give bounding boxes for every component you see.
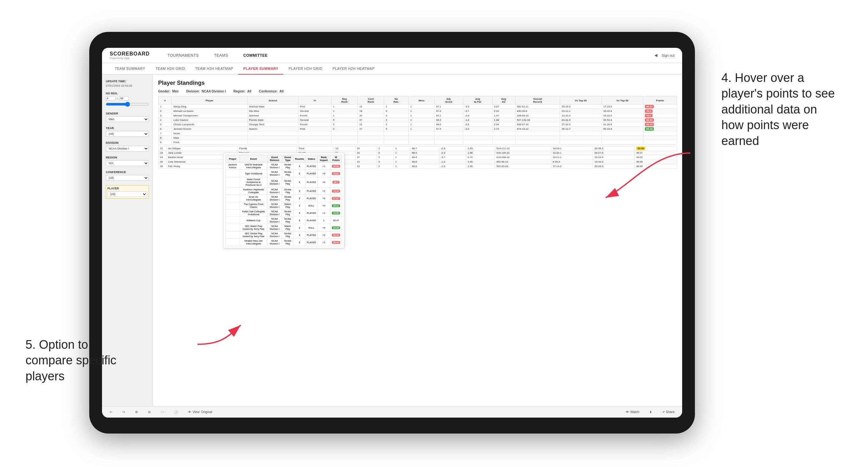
- nav-committee[interactable]: COMMITTEE: [241, 52, 270, 59]
- tooltip-popup: Player Event Event Division Event Type R…: [223, 153, 344, 248]
- table-row: 2Michael La SassoOle MissSecond 11801 67…: [158, 109, 677, 114]
- table-row: 1 Wenyi Ding Arizona State First 1 15 1 …: [158, 104, 677, 109]
- cell-yr: First: [298, 104, 331, 109]
- divider-icon: ◀|: [654, 53, 658, 57]
- table-row: 5Christo LamprechtGeorgia TechFourth 221…: [158, 122, 677, 127]
- filter-region-value: All: [247, 90, 251, 93]
- no-rds-min-input[interactable]: [106, 96, 115, 100]
- col-school: School: [247, 97, 298, 104]
- view-original-btn[interactable]: 👁 View: Original: [186, 410, 215, 414]
- tooltip-row: Fallen Oak Collegiate InvitationalNCAA D…: [226, 210, 342, 217]
- nav-tournaments[interactable]: TOURNAMENTS: [165, 52, 202, 59]
- no-rds-max-input[interactable]: [119, 96, 129, 100]
- conference-label: Conference: [106, 170, 149, 174]
- tab-team-h2h-grid[interactable]: TEAM H2H GRID: [151, 63, 190, 74]
- main-content: Update time: 27/01/2024 16:56:26 No Rds.…: [102, 74, 682, 406]
- tt-col-type: Event Type: [282, 155, 293, 162]
- redo-btn[interactable]: ↪: [120, 410, 127, 414]
- bottom-toolbar: ↩ ↪ ⚙ ⧉ ⋯ 🕐 👁 View: Original 👁 Watch ⬇ ↗: [102, 406, 682, 417]
- region-select[interactable]: N/A: [106, 160, 149, 166]
- tooltip-row: Amer An IntercollegiateNCAA Division ISt…: [226, 195, 342, 202]
- no-rds-slider[interactable]: [106, 102, 149, 107]
- nav-teams[interactable]: TEAMS: [212, 52, 231, 59]
- conference-select[interactable]: (All): [106, 175, 149, 181]
- tt-col-wpoints: W Points: [330, 155, 342, 162]
- col-vs50: Vs Top 50: [601, 97, 643, 104]
- range-separator: –: [117, 97, 118, 100]
- sidebar-division: Division NCAA Division I: [106, 141, 149, 151]
- cell-player: Wenyi Ding: [172, 104, 247, 109]
- clock-btn[interactable]: 🕐: [172, 410, 180, 414]
- sidebar-update-time: Update time: 27/01/2024 16:56:26: [106, 80, 149, 87]
- share-btn[interactable]: ↗ Share: [659, 410, 677, 414]
- cell-points[interactable]: 58.18: [643, 127, 677, 131]
- cell-vs25: 29-15-0: [560, 104, 602, 109]
- cell-points[interactable]: 69.54: [643, 118, 677, 122]
- annotation-bottom-left: 5. Option to compare specific players: [26, 337, 127, 384]
- table-row: 7Niche: [158, 131, 677, 136]
- col-no-rds: NoRds.: [384, 97, 409, 104]
- col-adj-score: Adj.Score: [434, 97, 463, 104]
- watch-icon: 👁: [626, 410, 629, 414]
- cell-points[interactable]: 60.49: [643, 122, 677, 127]
- division-label: Division: [106, 141, 149, 145]
- cell-no-rds: 1: [384, 104, 409, 109]
- region-label: Region: [106, 156, 149, 159]
- tab-player-h2h-heatmap[interactable]: PLAYER H2H HEATMAP: [328, 63, 380, 74]
- filter-gender: Gender: Men: [158, 90, 179, 93]
- copy-btn[interactable]: ⧉: [146, 410, 153, 415]
- download-btn[interactable]: ⬇: [647, 410, 654, 414]
- tt-col-division: Event Division: [267, 155, 282, 162]
- tt-col-status: Status: [305, 155, 317, 162]
- col-conf-rank: ConfRank: [358, 97, 384, 104]
- range-row: –: [106, 96, 149, 100]
- more-btn[interactable]: ⋯: [158, 410, 166, 414]
- sign-out-link[interactable]: Sign out: [662, 54, 675, 57]
- col-points: Points: [643, 97, 677, 104]
- logo-sub: Powered by clippi: [110, 57, 150, 60]
- col-num: #: [158, 97, 172, 104]
- filter-division-label: Division:: [186, 90, 199, 93]
- cell-vs50: 17-23-0: [601, 104, 643, 109]
- tooltip-row: Tiger InvitationalNCAA Division IStroke …: [226, 170, 342, 177]
- subnav: TEAM SUMMARY TEAM H2H GRID TEAM H2H HEAT…: [102, 63, 682, 74]
- tab-player-h2h-grid[interactable]: PLAYER H2H GRID: [283, 63, 328, 74]
- tablet-frame: SCOREBOARD Powered by clippi TOURNAMENTS…: [89, 32, 695, 434]
- cell-points[interactable]: 76.3: [643, 109, 677, 114]
- cell-to-par: -3.2: [463, 104, 492, 109]
- undo-btn[interactable]: ↩: [107, 410, 115, 414]
- sidebar-region: Region N/A: [106, 156, 149, 166]
- gender-select[interactable]: Men Women: [106, 116, 149, 122]
- page-background: SCOREBOARD Powered by clippi TOURNAMENTS…: [0, 0, 868, 467]
- table-row: 9Prest: [158, 140, 677, 145]
- filter-division: Division: NCAA Division I: [186, 90, 226, 93]
- col-vs25: Vs Top 25: [560, 97, 602, 104]
- tt-col-event: Event: [240, 155, 267, 162]
- cell-points[interactable]: 70.2: [643, 114, 677, 118]
- filter-conference: Conference: All: [259, 90, 283, 93]
- settings-btn[interactable]: ⚙: [133, 410, 141, 414]
- tab-player-summary[interactable]: PLAYER SUMMARY: [238, 63, 283, 74]
- year-select[interactable]: (All): [106, 131, 149, 137]
- share-label: Share: [666, 410, 675, 414]
- division-select[interactable]: NCAA Division I: [106, 146, 149, 151]
- content-area: Player Standings Gender: Men Division: N…: [153, 74, 682, 406]
- sidebar-year: Year (All): [106, 127, 149, 137]
- player-label: Player: [107, 187, 147, 190]
- table-row: 4Luke ClantonFlorida StateSecond 52721 6…: [158, 118, 677, 122]
- cell-points[interactable]: 80.27: [643, 104, 677, 109]
- tab-team-summary[interactable]: TEAM SUMMARY: [110, 63, 151, 74]
- table-row: 6Jackson KoivunAuburnFirst 22751 67.5-2.…: [158, 127, 677, 131]
- logo-area: SCOREBOARD Powered by clippi: [110, 51, 150, 60]
- tab-team-h2h-heatmap[interactable]: TEAM H2H HEATMAP: [190, 63, 238, 74]
- sidebar-no-rds: No Rds. –: [106, 92, 149, 107]
- navbar: SCOREBOARD Powered by clippi TOURNAMENTS…: [102, 48, 682, 63]
- player-select[interactable]: (All): [107, 191, 147, 197]
- cell-reg-rank: 1: [331, 104, 358, 109]
- col-reg-rank: RegRank: [331, 97, 358, 104]
- nav-right: ◀| Sign out: [654, 53, 675, 57]
- standings-table: # Player School Yr RegRank ConfRank NoRd…: [158, 96, 677, 145]
- watch-btn[interactable]: 👁 Watch: [623, 410, 642, 414]
- cell-avg-sg: 3.07: [492, 104, 515, 109]
- cell-adj-score: 67.1: [434, 104, 463, 109]
